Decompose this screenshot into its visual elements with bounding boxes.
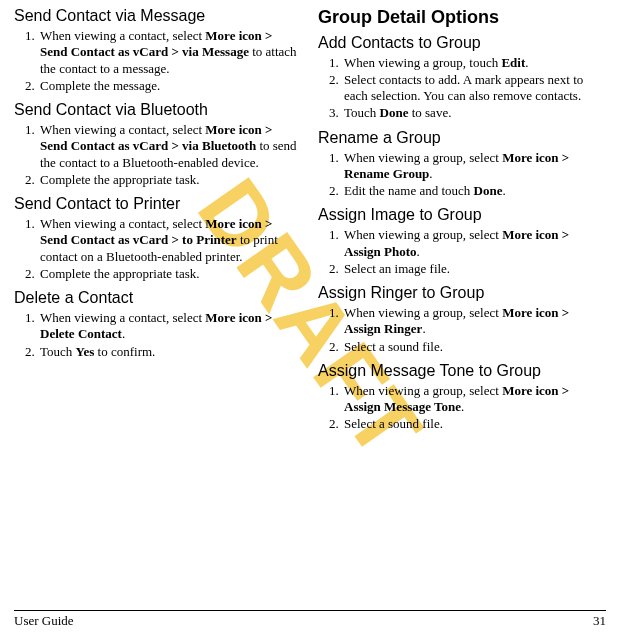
- list-item: When viewing a contact, select More icon…: [38, 122, 302, 171]
- section-assign-image-steps: When viewing a group, select More icon >…: [318, 227, 606, 277]
- list-item: When viewing a contact, select More icon…: [38, 216, 302, 265]
- section-add-contacts-title: Add Contacts to Group: [318, 33, 606, 53]
- list-item: Select a sound file.: [342, 416, 606, 432]
- list-item: When viewing a group, select More icon >…: [342, 305, 606, 338]
- footer-page-number: 31: [593, 613, 606, 629]
- section-send-via-bluetooth-title: Send Contact via Bluetooth: [14, 100, 302, 120]
- footer-left: User Guide: [14, 613, 74, 629]
- list-item: Select a sound file.: [342, 339, 606, 355]
- list-item: When viewing a group, touch Edit.: [342, 55, 606, 71]
- section-rename-group-title: Rename a Group: [318, 128, 606, 148]
- section-send-to-printer-steps: When viewing a contact, select More icon…: [14, 216, 302, 282]
- list-item: Complete the message.: [38, 78, 302, 94]
- right-column: Group Detail Options Add Contacts to Gro…: [318, 6, 606, 437]
- list-item: Select contacts to add. A mark appears n…: [342, 72, 606, 105]
- list-item: When viewing a group, select More icon >…: [342, 383, 606, 416]
- section-delete-contact-title: Delete a Contact: [14, 288, 302, 308]
- section-send-via-message-title: Send Contact via Message: [14, 6, 302, 26]
- section-assign-message-tone-steps: When viewing a group, select More icon >…: [318, 383, 606, 433]
- list-item: Touch Yes to confirm.: [38, 344, 302, 360]
- list-item: Touch Done to save.: [342, 105, 606, 121]
- section-assign-ringer-steps: When viewing a group, select More icon >…: [318, 305, 606, 355]
- section-send-to-printer-title: Send Contact to Printer: [14, 194, 302, 214]
- section-assign-ringer-title: Assign Ringer to Group: [318, 283, 606, 303]
- section-assign-message-tone-title: Assign Message Tone to Group: [318, 361, 606, 381]
- section-rename-group-steps: When viewing a group, select More icon >…: [318, 150, 606, 200]
- list-item: When viewing a contact, select More icon…: [38, 28, 302, 77]
- list-item: Select an image file.: [342, 261, 606, 277]
- section-send-via-message-steps: When viewing a contact, select More icon…: [14, 28, 302, 94]
- page-footer: User Guide 31: [14, 610, 606, 629]
- list-item: When viewing a contact, select More icon…: [38, 310, 302, 343]
- list-item: When viewing a group, select More icon >…: [342, 150, 606, 183]
- list-item: Complete the appropriate task.: [38, 266, 302, 282]
- list-item: Edit the name and touch Done.: [342, 183, 606, 199]
- left-column: Send Contact via Message When viewing a …: [14, 6, 302, 437]
- section-delete-contact-steps: When viewing a contact, select More icon…: [14, 310, 302, 360]
- section-add-contacts-steps: When viewing a group, touch Edit. Select…: [318, 55, 606, 122]
- content-columns: Send Contact via Message When viewing a …: [14, 6, 606, 437]
- section-assign-image-title: Assign Image to Group: [318, 205, 606, 225]
- list-item: When viewing a group, select More icon >…: [342, 227, 606, 260]
- section-send-via-bluetooth-steps: When viewing a contact, select More icon…: [14, 122, 302, 188]
- list-item: Complete the appropriate task.: [38, 172, 302, 188]
- major-heading-group-detail-options: Group Detail Options: [318, 6, 606, 29]
